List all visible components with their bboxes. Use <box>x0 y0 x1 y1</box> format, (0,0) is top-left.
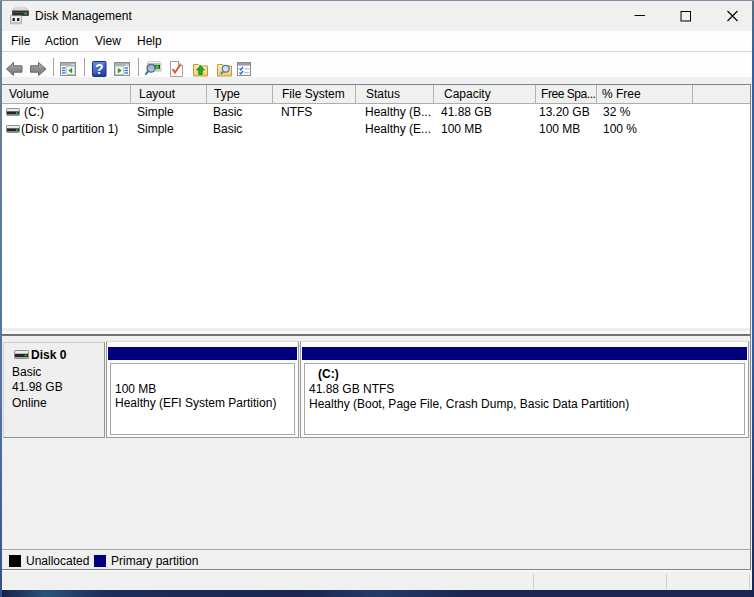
svg-text:?: ? <box>95 61 104 77</box>
